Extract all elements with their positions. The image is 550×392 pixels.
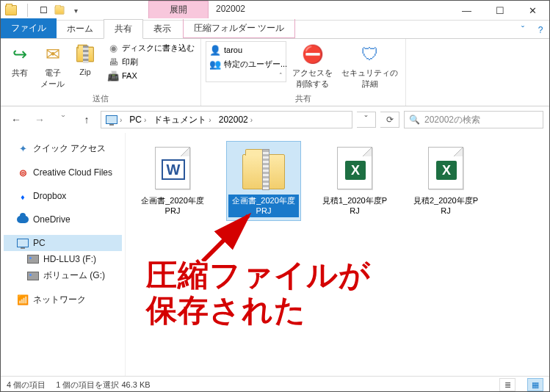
help-button[interactable]: ?: [532, 22, 549, 38]
ribbon-group-share-label: 共有: [206, 92, 401, 106]
new-folder-icon[interactable]: [52, 3, 67, 18]
main-area: ✦ クイック アクセス ⊚ Creative Cloud Files ⬧ Dro…: [1, 133, 549, 376]
properties-icon[interactable]: ☐: [36, 3, 51, 18]
disc-icon: ◉: [107, 42, 119, 54]
share-user-label: tarou: [224, 46, 242, 54]
print-button[interactable]: 🖶 印刷: [106, 55, 196, 68]
tab-compressed-tools[interactable]: 圧縮フォルダー ツール: [183, 19, 295, 38]
excel-file-icon: X: [422, 145, 469, 192]
contextual-tab-title: 展開: [148, 1, 209, 18]
breadcrumb-current[interactable]: 202002›: [216, 115, 256, 125]
refresh-button[interactable]: ⟳: [380, 112, 399, 128]
share-specific-users-item[interactable]: 👥 特定のユーザー...: [208, 57, 284, 70]
annotation-line1: 圧縮ファイルが: [146, 258, 371, 293]
mail-icon: ✉: [41, 43, 65, 66]
view-details-button[interactable]: ≣: [499, 378, 515, 391]
sidebar-label: OneDrive: [33, 214, 70, 225]
sidebar-item-pc[interactable]: PC: [4, 235, 122, 251]
close-button[interactable]: ✕: [516, 1, 549, 21]
remove-access-icon: ⛔: [301, 43, 325, 66]
tab-home[interactable]: ホーム: [57, 20, 104, 38]
status-item-count: 4 個の項目: [7, 380, 46, 391]
sidebar-label: クイック アクセス: [33, 142, 106, 155]
onedrive-icon: [17, 214, 29, 225]
forward-button[interactable]: →: [30, 110, 49, 129]
sidebar-item-drive-g[interactable]: ボリューム (G:): [4, 267, 122, 284]
burn-disc-button[interactable]: ◉ ディスクに書き込む: [106, 41, 196, 54]
ribbon-group-send-label: 送信: [5, 92, 196, 106]
sidebar-label: ボリューム (G:): [43, 269, 105, 282]
file-item-excel-2[interactable]: X 見積2_2020年度PRJ: [409, 142, 482, 220]
ribbon-collapse-button[interactable]: ˇ: [514, 22, 532, 38]
security-label: セキュリティの 詳細: [341, 68, 398, 90]
share-user-item[interactable]: 👤 tarou: [208, 43, 284, 57]
qat-divider: [20, 3, 35, 18]
sidebar-item-dropbox[interactable]: ⬧ Dropbox: [4, 188, 122, 204]
back-button[interactable]: ←: [7, 110, 26, 129]
tab-share[interactable]: 共有: [104, 19, 143, 39]
ribbon-tabs: ファイル ホーム 共有 表示 圧縮フォルダー ツール ˇ ?: [1, 21, 549, 39]
file-label: 見積1_2020年度PRJ: [319, 195, 390, 217]
sidebar-item-quick-access[interactable]: ✦ クイック アクセス: [4, 140, 122, 157]
file-item-zip[interactable]: 企画書_2020年度PRJ: [227, 142, 300, 220]
share-icon: ↪: [8, 43, 32, 66]
sidebar-item-onedrive[interactable]: OneDrive: [4, 211, 122, 228]
status-bar: 4 個の項目 1 個の項目を選択 46.3 KB ≣ ▦: [1, 376, 549, 392]
fax-button[interactable]: 📠 FAX: [106, 69, 196, 82]
view-icons-button[interactable]: ▦: [527, 378, 543, 391]
sidebar-item-network[interactable]: 📶 ネットワーク: [4, 291, 122, 308]
ribbon: ↪ 共有 ✉ 電子 メール Zip ◉ ディスクに書き込む 🖶 印刷: [1, 39, 549, 106]
excel-file-icon: X: [331, 145, 378, 192]
tab-file[interactable]: ファイル: [1, 18, 57, 38]
folder-icon[interactable]: [4, 3, 18, 18]
breadcrumb-pc[interactable]: PC›: [126, 115, 149, 125]
chevron-up-icon: ˄: [279, 72, 283, 79]
user-icon: 👤: [209, 44, 221, 56]
navigation-pane[interactable]: ✦ クイック アクセス ⊚ Creative Cloud Files ⬧ Dro…: [1, 133, 126, 376]
search-input[interactable]: 🔍 202002の検索: [404, 111, 543, 128]
file-item-excel-1[interactable]: X 見積1_2020年度PRJ: [318, 142, 391, 220]
users-icon: 👥: [209, 58, 221, 70]
sidebar-label: Creative Cloud Files: [33, 167, 112, 178]
email-button[interactable]: ✉ 電子 メール: [37, 41, 68, 91]
annotation-text: 圧縮ファイルが 保存された: [146, 258, 371, 329]
breadcrumb-documents[interactable]: ドキュメント›: [151, 114, 214, 126]
breadcrumb-root-icon[interactable]: ›: [103, 115, 125, 124]
zip-folder-icon: [240, 145, 287, 192]
up-button[interactable]: ↑: [77, 110, 96, 129]
advanced-security-button[interactable]: 🛡 セキュリティの 詳細: [339, 41, 401, 91]
sidebar-label: Dropbox: [33, 191, 66, 201]
maximize-button[interactable]: ☐: [483, 1, 516, 21]
cc-icon: ⊚: [17, 167, 29, 178]
status-selection: 1 個の項目を選択 46.3 KB: [56, 380, 150, 391]
file-label: 見積2_2020年度PRJ: [410, 195, 481, 217]
sidebar-label: PC: [33, 238, 46, 248]
word-file-icon: W: [149, 145, 196, 192]
window-title: 202002: [209, 1, 450, 20]
address-toolbar: ← → ˇ ↑ › PC› ドキュメント› 202002› ˇ ⟳ 🔍 2020…: [1, 106, 549, 133]
print-label: 印刷: [122, 57, 138, 68]
title-bar: ☐ ▾ 展開 202002 — ☐ ✕: [1, 1, 549, 21]
zip-label: Zip: [79, 68, 90, 76]
sidebar-item-creative-cloud[interactable]: ⊚ Creative Cloud Files: [4, 164, 122, 181]
sidebar-item-drive-f[interactable]: HD-LLU3 (F:): [4, 251, 122, 267]
address-dropdown-button[interactable]: ˇ: [357, 112, 376, 128]
qat-dropdown-icon[interactable]: ▾: [68, 3, 83, 18]
print-icon: 🖶: [107, 56, 119, 68]
content-pane[interactable]: W 企画書_2020年度PRJ 企画書_2020年度PRJ X 見積1_2020…: [126, 133, 549, 376]
remove-access-button[interactable]: ⛔ アクセスを 削除する: [289, 41, 336, 91]
remove-access-label: アクセスを 削除する: [292, 68, 333, 90]
minimize-button[interactable]: —: [450, 1, 483, 21]
recent-locations-button[interactable]: ˇ: [54, 110, 73, 129]
tab-view[interactable]: 表示: [143, 20, 181, 38]
file-label[interactable]: 企画書_2020年度PRJ: [228, 195, 299, 217]
ribbon-group-share: 👤 tarou 👥 特定のユーザー... ˄ ⛔ アクセスを 削除する 🛡 セキ…: [201, 39, 406, 106]
share-list-more[interactable]: ˄: [208, 71, 284, 80]
breadcrumb[interactable]: › PC› ドキュメント› 202002›: [101, 111, 352, 128]
share-button[interactable]: ↪ 共有: [5, 41, 35, 80]
zip-icon: [73, 43, 97, 66]
zip-button[interactable]: Zip: [70, 41, 100, 78]
file-item-word[interactable]: W 企画書_2020年度PRJ: [136, 142, 209, 220]
quick-access-toolbar: ☐ ▾: [1, 1, 86, 20]
dropbox-icon: ⬧: [17, 190, 29, 202]
